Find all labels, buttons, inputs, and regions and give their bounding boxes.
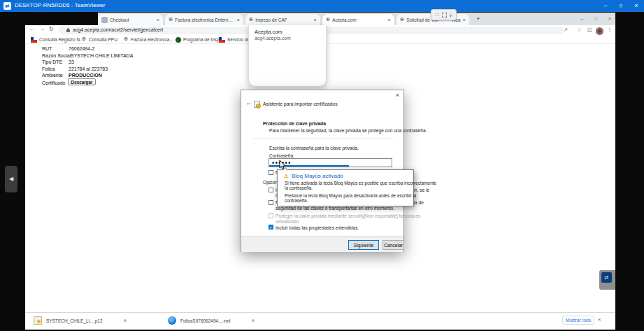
globe-favicon-icon: ⊕ [400, 17, 404, 22]
reload-icon[interactable]: ↻ [49, 26, 54, 32]
field-label: Folios [42, 66, 55, 71]
download-file-name[interactable]: SYSTECH_CHILE_LI....p12 [46, 318, 103, 323]
grid-icon[interactable] [435, 13, 440, 17]
chevron-up-icon[interactable]: ∧ [252, 318, 255, 323]
caps-lock-tooltip: ⚠ Bloq Mayús activado Si tiene activada … [277, 169, 414, 206]
field-value: SYSTECH CHILE LIMITADA [71, 53, 133, 58]
certificate-file-icon [34, 316, 42, 325]
tab-close-icon[interactable]: × [463, 17, 466, 23]
tab-acepta-active[interactable]: ⊕ Acepta.com × [322, 14, 394, 25]
download-item-xml[interactable]: FoliosSII76062494....xml ∧ [168, 314, 255, 327]
tv-maximize-button[interactable]: ○ [615, 1, 627, 10]
tv-minimize-button[interactable]: – [600, 1, 611, 10]
download-item-p12[interactable]: SYSTECH_CHILE_LI....p12 ∧ [34, 314, 127, 327]
tooltip-line: Presione la tecla Bloq Mayús para desact… [285, 193, 416, 198]
tooltip-line: Si tiene activada la tecla Bloq Mayús es… [285, 181, 436, 185]
teamviewer-titlebar: ⇄ DESKTOP-RN5RDD5 - TeamViewer – ○ × [0, 0, 644, 12]
field-label: Razón Social [42, 53, 71, 58]
tv-close-button[interactable]: × [631, 1, 642, 10]
show-password-checkbox[interactable] [269, 170, 273, 175]
browser-minimize-button[interactable]: – [576, 15, 587, 23]
field-value: 76062494-2 [69, 46, 94, 51]
tooltip-line: la contraseña. [285, 185, 313, 190]
vbs-protection-label-line2: virtualizado [276, 219, 299, 224]
hover-card-domain: acg4.acepta.com [255, 36, 291, 41]
globe-favicon-icon: ⊕ [326, 17, 330, 22]
hover-card-title: Acepta.com [255, 29, 282, 35]
vbs-protection-label-line1: Proteger la clave privada mediante secur… [276, 213, 420, 218]
tab-close-icon[interactable]: × [314, 17, 317, 23]
dialog-close-icon[interactable]: × [396, 92, 399, 99]
bookmark-factura[interactable]: Factura electronica... [131, 37, 173, 42]
fullscreen-icon[interactable] [442, 13, 447, 17]
extended-properties-label: Incluir todas las propiedades extendidas… [276, 225, 359, 230]
certificate-icon [254, 101, 260, 108]
dialog-footer [241, 236, 403, 252]
bookmark-consulta-ppu[interactable]: Consulta PPU [89, 37, 117, 42]
field-value-ambiente: PRODUCCION [69, 73, 102, 78]
warning-icon: ⚠ [284, 173, 289, 179]
triangle-left-icon: ◀ [9, 176, 13, 182]
xml-file-icon [168, 316, 176, 325]
menu-dots-icon[interactable]: ⋮ [607, 27, 613, 33]
profile-avatar[interactable] [596, 27, 603, 35]
tab-checkout[interactable]: Checkout × [98, 14, 163, 25]
wizard-title: Asistente para importar certificados [263, 101, 338, 106]
url-text[interactable]: acg4.acepta.com/acvt2/servlet/gencafcert [73, 27, 163, 32]
globe-favicon-icon: ⊕ [124, 36, 128, 42]
cancelar-button[interactable]: Cancelar [382, 240, 404, 250]
lock-icon-body [66, 29, 70, 32]
teamviewer-logo-icon: ⇄ [3, 2, 11, 10]
siguiente-button[interactable]: Siguiente [348, 240, 379, 250]
field-label: Certificado [42, 80, 65, 85]
password-label: Contraseña: [269, 153, 294, 158]
tab-close-icon[interactable]: × [388, 17, 391, 23]
show-all-downloads-button[interactable]: Mostrar todo [562, 316, 594, 325]
bookmark-consulta-registro[interactable]: Consulta Registro N... [39, 37, 84, 42]
downloads-bar-close-icon[interactable]: × [598, 316, 601, 323]
tab-label: Acepta.com [332, 17, 385, 22]
field-label: Tipo DTE [42, 59, 62, 64]
new-tab-button[interactable]: + [473, 15, 483, 24]
tab-close-icon[interactable]: × [237, 17, 240, 23]
tabstrip-black-region [25, 13, 98, 25]
side-panel-icon[interactable]: ◫ [587, 27, 592, 33]
tab-factura-electronica[interactable]: ⊕ Factura electronica Enternet - S × [165, 14, 243, 25]
forward-icon[interactable]: → [39, 26, 45, 32]
panel-collapse-handle[interactable]: ◀ [5, 166, 17, 192]
globe-favicon-icon: ⊕ [169, 17, 173, 22]
tab-label: Checkout [110, 17, 155, 22]
tab-label: Ingreso de CAF [255, 17, 311, 22]
share-icon[interactable]: ↗ [564, 27, 568, 33]
download-file-name[interactable]: FoliosSII76062494....xml [180, 318, 231, 323]
tooltip-line: contraseña. [285, 198, 308, 203]
window-title: DESKTOP-RN5RDD5 - TeamViewer [15, 2, 105, 8]
chevron-down-icon[interactable]: ∨ [449, 13, 452, 17]
browser-close-button[interactable]: × [604, 15, 615, 23]
flag-favicon-icon [31, 37, 37, 43]
descargar-button[interactable]: Descargar [68, 78, 96, 85]
exportable-key-checkbox[interactable] [269, 200, 273, 205]
tab-hover-card: Acepta.com acg4.acepta.com [248, 25, 327, 87]
password-input[interactable]: •••••• [269, 158, 392, 167]
strong-protection-checkbox[interactable] [269, 188, 273, 192]
field-label: RUT [42, 46, 52, 51]
globe-favicon-icon: ⊕ [82, 36, 86, 42]
extended-properties-checkbox[interactable]: ✓ [269, 225, 273, 230]
teamviewer-side-tab[interactable]: ⇄ [599, 270, 615, 290]
chevron-up-icon[interactable]: ∧ [124, 318, 127, 323]
browser-maximize-button[interactable]: □ [590, 15, 601, 23]
field-label: Ambiente [42, 73, 63, 78]
tab-ingreso-de-caf[interactable]: ⊕ Ingreso de CAF × [245, 14, 320, 25]
section-title: Protección de clave privada [263, 121, 326, 126]
back-icon[interactable]: ← [29, 26, 35, 32]
bookmark-star-icon[interactable]: ☆ [577, 27, 582, 33]
teamviewer-mini-toolbar[interactable]: ∨ [431, 9, 457, 20]
tooltip-title: Bloq Mayús activado [292, 173, 343, 179]
dialog-back-icon[interactable]: ← [245, 99, 252, 106]
tab-close-icon[interactable]: × [157, 17, 159, 23]
mouse-cursor [279, 160, 286, 174]
tab-label: Factura electronica Enternet - S [175, 17, 234, 22]
separator [252, 139, 394, 139]
field-value: 33 [69, 59, 74, 64]
